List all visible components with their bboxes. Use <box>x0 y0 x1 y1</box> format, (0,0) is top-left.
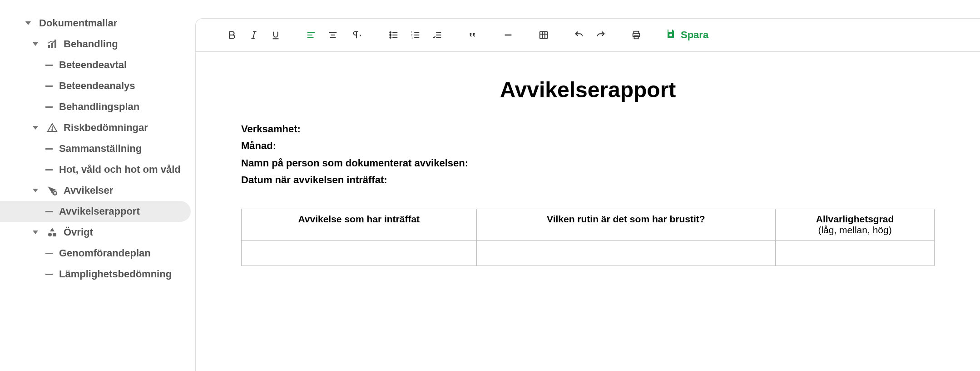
tree-leaf[interactable]: Beteendeanalys <box>0 75 195 96</box>
table-button[interactable] <box>533 24 554 46</box>
italic-button[interactable] <box>243 24 265 46</box>
svg-rect-1 <box>51 43 53 48</box>
print-button[interactable] <box>625 24 647 46</box>
leaf-label: Avvikelserapport <box>59 206 140 217</box>
svg-rect-0 <box>48 45 50 48</box>
table-header: Allvarlighetsgrad(låg, mellan, hög) <box>776 209 935 240</box>
dash-icon <box>45 106 53 108</box>
tree-leaf[interactable]: Avvikelserapport <box>0 201 191 222</box>
document-title: Avvikelserapport <box>241 77 935 102</box>
save-icon <box>665 28 676 42</box>
document-table[interactable]: Avvikelse som har inträffatVilken rutin … <box>241 209 935 266</box>
paragraph-direction-button[interactable] <box>344 24 369 46</box>
align-center-button[interactable] <box>322 24 344 46</box>
root-label: Dokumentmallar <box>39 17 117 29</box>
dash-icon <box>45 65 53 66</box>
quote-button[interactable] <box>462 24 484 46</box>
leaf-label: Hot, våld och hot om våld <box>59 164 181 175</box>
leaf-label: Lämplighetsbedömning <box>59 268 172 280</box>
field-label: Månad: <box>241 137 935 154</box>
dash-icon <box>45 274 53 275</box>
table-header: Vilken rutin är det som har brustit? <box>476 209 776 240</box>
save-label: Spara <box>681 29 708 41</box>
leaf-label: Sammanställning <box>59 143 142 155</box>
sidebar: Dokumentmallar BehandlingBeteendeavtalBe… <box>0 0 195 371</box>
svg-rect-7 <box>53 233 56 236</box>
underline-button[interactable] <box>265 24 287 46</box>
chevron-down-icon <box>31 40 40 49</box>
svg-point-18 <box>390 32 391 33</box>
horizontal-rule-button[interactable] <box>497 24 519 46</box>
checklist-button[interactable] <box>426 24 448 46</box>
tree-section[interactable]: Avvikelser <box>0 180 195 201</box>
section-label: Behandling <box>64 38 118 50</box>
svg-line-10 <box>253 32 255 39</box>
tree-leaf[interactable]: Genomförandeplan <box>0 243 195 264</box>
leaf-label: Beteendeavtal <box>59 59 127 71</box>
chevron-down-icon <box>31 123 40 132</box>
tree-leaf[interactable]: Sammanställning <box>0 138 195 159</box>
table-cell[interactable] <box>242 240 477 266</box>
tree-leaf[interactable]: Beteendeavtal <box>0 55 195 75</box>
document-area[interactable]: Avvikelserapport Verksamhet:Månad:Namn p… <box>196 52 980 371</box>
redo-button[interactable] <box>590 24 612 46</box>
svg-point-20 <box>390 37 391 38</box>
section-label: Övrigt <box>64 226 93 238</box>
tree-root[interactable]: Dokumentmallar <box>0 13 195 34</box>
field-label: Verksamhet: <box>241 120 935 137</box>
editor-panel: 123 Spara Avvikelserapport Verksamhet:Må… <box>195 18 980 371</box>
tree-section[interactable]: Behandling <box>0 34 195 55</box>
dash-icon <box>45 169 53 170</box>
svg-point-19 <box>390 35 391 36</box>
field-label: Datum när avvikelsen inträffat: <box>241 171 935 188</box>
section-label: Avvikelser <box>64 185 113 196</box>
dash-icon <box>45 253 53 254</box>
table-cell[interactable] <box>776 240 935 266</box>
dash-icon <box>45 211 53 212</box>
tree-section[interactable]: Riskbedömningar <box>0 117 195 138</box>
svg-point-4 <box>52 130 53 130</box>
svg-text:3: 3 <box>411 36 413 40</box>
save-button[interactable]: Spara <box>661 28 713 42</box>
bullet-list-button[interactable] <box>383 24 405 46</box>
bold-button[interactable] <box>221 24 243 46</box>
svg-point-42 <box>669 34 672 36</box>
tree-section[interactable]: Övrigt <box>0 222 195 243</box>
tree-leaf[interactable]: Lämplighetsbedömning <box>0 264 195 285</box>
svg-point-6 <box>48 233 52 236</box>
chevron-down-icon <box>31 186 40 195</box>
dash-icon <box>45 148 53 150</box>
table-header: Avvikelse som har inträffat <box>242 209 477 240</box>
svg-rect-34 <box>540 32 548 39</box>
chevron-down-icon <box>24 19 33 28</box>
numbered-list-button[interactable]: 123 <box>405 24 426 46</box>
align-left-button[interactable] <box>300 24 322 46</box>
paper-plane-x-icon <box>46 185 58 196</box>
svg-rect-2 <box>54 41 56 48</box>
field-label: Namn på person som dokumenterat avvikels… <box>241 155 935 171</box>
leaf-label: Genomförandeplan <box>59 247 151 259</box>
dash-icon <box>45 85 53 87</box>
leaf-label: Behandlingsplan <box>59 101 139 113</box>
tree-leaf[interactable]: Behandlingsplan <box>0 96 195 117</box>
svg-rect-41 <box>668 30 672 32</box>
warning-icon <box>46 122 58 134</box>
chevron-down-icon <box>31 228 40 237</box>
shapes-icon <box>46 226 58 238</box>
leaf-label: Beteendeanalys <box>59 80 135 92</box>
table-cell[interactable] <box>476 240 776 266</box>
section-label: Riskbedömningar <box>64 122 148 134</box>
table-row[interactable] <box>242 240 935 266</box>
tree-leaf[interactable]: Hot, våld och hot om våld <box>0 159 195 180</box>
toolbar: 123 Spara <box>196 19 980 52</box>
undo-button[interactable] <box>568 24 590 46</box>
chart-icon <box>46 38 58 50</box>
